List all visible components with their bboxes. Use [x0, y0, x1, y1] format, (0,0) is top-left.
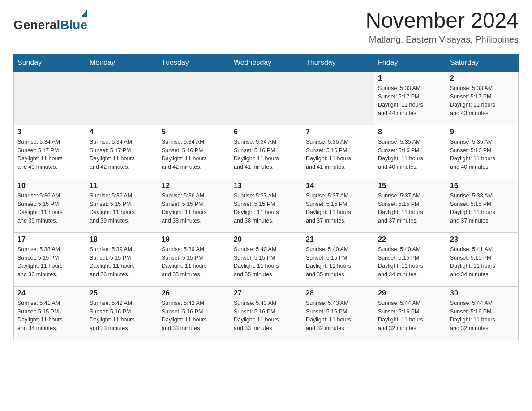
logo-blue-part: Blue — [60, 9, 87, 32]
day-info: Sunrise: 5:38 AMSunset: 5:15 PMDaylight:… — [450, 192, 515, 225]
calendar-cell: 7Sunrise: 5:35 AMSunset: 5:16 PMDaylight… — [302, 125, 374, 179]
day-number: 22 — [378, 235, 442, 244]
day-info: Sunrise: 5:36 AMSunset: 5:15 PMDaylight:… — [162, 192, 226, 225]
header-row: SundayMondayTuesdayWednesdayThursdayFrid… — [14, 54, 519, 71]
calendar-cell: 22Sunrise: 5:40 AMSunset: 5:15 PMDayligh… — [374, 232, 446, 286]
day-info: Sunrise: 5:35 AMSunset: 5:16 PMDaylight:… — [306, 138, 370, 171]
day-number: 15 — [378, 182, 442, 190]
calendar-cell: 14Sunrise: 5:37 AMSunset: 5:15 PMDayligh… — [302, 179, 374, 232]
day-number: 18 — [90, 235, 154, 244]
calendar-cell: 21Sunrise: 5:40 AMSunset: 5:15 PMDayligh… — [302, 232, 374, 286]
day-info: Sunrise: 5:41 AMSunset: 5:15 PMDaylight:… — [450, 245, 515, 279]
day-info: Sunrise: 5:42 AMSunset: 5:16 PMDaylight:… — [90, 299, 154, 333]
calendar-header: SundayMondayTuesdayWednesdayThursdayFrid… — [14, 54, 519, 71]
day-number: 12 — [162, 182, 226, 190]
day-info: Sunrise: 5:37 AMSunset: 5:15 PMDaylight:… — [378, 192, 442, 225]
day-info: Sunrise: 5:43 AMSunset: 5:16 PMDaylight:… — [306, 299, 370, 333]
calendar-cell — [158, 71, 230, 125]
logo: General Blue — [13, 9, 87, 32]
day-info: Sunrise: 5:40 AMSunset: 5:15 PMDaylight:… — [306, 245, 370, 279]
calendar-cell — [230, 71, 302, 125]
calendar-cell: 19Sunrise: 5:39 AMSunset: 5:15 PMDayligh… — [158, 232, 230, 286]
header-cell-wednesday: Wednesday — [230, 54, 302, 71]
header-cell-saturday: Saturday — [446, 54, 519, 71]
week-row-5: 24Sunrise: 5:41 AMSunset: 5:15 PMDayligh… — [14, 286, 519, 340]
calendar-cell: 30Sunrise: 5:44 AMSunset: 5:16 PMDayligh… — [446, 286, 519, 340]
day-number: 17 — [17, 235, 82, 244]
day-info: Sunrise: 5:34 AMSunset: 5:17 PMDaylight:… — [90, 138, 154, 171]
day-info: Sunrise: 5:44 AMSunset: 5:16 PMDaylight:… — [450, 299, 515, 333]
day-info: Sunrise: 5:37 AMSunset: 5:15 PMDaylight:… — [306, 192, 370, 225]
day-number: 20 — [234, 235, 298, 244]
day-info: Sunrise: 5:33 AMSunset: 5:17 PMDaylight:… — [450, 84, 515, 118]
week-row-4: 17Sunrise: 5:38 AMSunset: 5:15 PMDayligh… — [14, 232, 519, 286]
header-cell-tuesday: Tuesday — [158, 54, 230, 71]
calendar-cell: 3Sunrise: 5:34 AMSunset: 5:17 PMDaylight… — [14, 125, 86, 179]
calendar-cell: 13Sunrise: 5:37 AMSunset: 5:15 PMDayligh… — [230, 179, 302, 232]
calendar-cell: 28Sunrise: 5:43 AMSunset: 5:16 PMDayligh… — [302, 286, 374, 340]
day-info: Sunrise: 5:43 AMSunset: 5:16 PMDaylight:… — [234, 299, 298, 333]
day-info: Sunrise: 5:37 AMSunset: 5:15 PMDaylight:… — [234, 192, 298, 225]
calendar-cell: 11Sunrise: 5:36 AMSunset: 5:15 PMDayligh… — [86, 179, 158, 232]
day-number: 25 — [90, 289, 154, 297]
calendar-cell: 8Sunrise: 5:35 AMSunset: 5:16 PMDaylight… — [374, 125, 446, 179]
day-number: 2 — [450, 74, 515, 82]
calendar-cell: 2Sunrise: 5:33 AMSunset: 5:17 PMDaylight… — [446, 71, 519, 125]
day-number: 19 — [162, 235, 226, 244]
header-cell-sunday: Sunday — [14, 54, 86, 71]
day-info: Sunrise: 5:42 AMSunset: 5:16 PMDaylight:… — [162, 299, 226, 333]
location-subtitle: Matlang, Eastern Visayas, Philippines — [365, 34, 519, 45]
day-number: 21 — [306, 235, 370, 244]
day-number: 11 — [90, 182, 154, 190]
day-number: 30 — [450, 289, 515, 297]
header-cell-thursday: Thursday — [302, 54, 374, 71]
day-info: Sunrise: 5:34 AMSunset: 5:16 PMDaylight:… — [234, 138, 298, 171]
calendar-cell: 20Sunrise: 5:40 AMSunset: 5:15 PMDayligh… — [230, 232, 302, 286]
day-info: Sunrise: 5:40 AMSunset: 5:15 PMDaylight:… — [234, 245, 298, 279]
day-number: 13 — [234, 182, 298, 190]
day-number: 9 — [450, 128, 515, 136]
calendar-cell: 4Sunrise: 5:34 AMSunset: 5:17 PMDaylight… — [86, 125, 158, 179]
header-cell-monday: Monday — [86, 54, 158, 71]
day-info: Sunrise: 5:40 AMSunset: 5:15 PMDaylight:… — [378, 245, 442, 279]
calendar-table: SundayMondayTuesdayWednesdayThursdayFrid… — [13, 54, 519, 340]
day-number: 6 — [234, 128, 298, 136]
day-number: 28 — [306, 289, 370, 297]
logo-blue-text: Blue — [60, 18, 87, 32]
day-info: Sunrise: 5:38 AMSunset: 5:15 PMDaylight:… — [17, 245, 82, 279]
day-number: 26 — [162, 289, 226, 297]
day-number: 7 — [306, 128, 370, 136]
calendar-cell: 1Sunrise: 5:33 AMSunset: 5:17 PMDaylight… — [374, 71, 446, 125]
calendar-cell: 25Sunrise: 5:42 AMSunset: 5:16 PMDayligh… — [86, 286, 158, 340]
calendar-cell: 17Sunrise: 5:38 AMSunset: 5:15 PMDayligh… — [14, 232, 86, 286]
calendar-cell: 26Sunrise: 5:42 AMSunset: 5:16 PMDayligh… — [158, 286, 230, 340]
day-number: 10 — [17, 182, 82, 190]
calendar-cell — [302, 71, 374, 125]
day-number: 27 — [234, 289, 298, 297]
calendar-cell: 15Sunrise: 5:37 AMSunset: 5:15 PMDayligh… — [374, 179, 446, 232]
calendar-cell: 23Sunrise: 5:41 AMSunset: 5:15 PMDayligh… — [446, 232, 519, 286]
day-number: 23 — [450, 235, 515, 244]
day-info: Sunrise: 5:35 AMSunset: 5:16 PMDaylight:… — [378, 138, 442, 171]
calendar-cell: 16Sunrise: 5:38 AMSunset: 5:15 PMDayligh… — [446, 179, 519, 232]
calendar-cell: 9Sunrise: 5:35 AMSunset: 5:16 PMDaylight… — [446, 125, 519, 179]
day-info: Sunrise: 5:34 AMSunset: 5:16 PMDaylight:… — [162, 138, 226, 171]
header-cell-friday: Friday — [374, 54, 446, 71]
calendar-cell — [86, 71, 158, 125]
calendar-body: 1Sunrise: 5:33 AMSunset: 5:17 PMDaylight… — [14, 71, 519, 340]
day-info: Sunrise: 5:36 AMSunset: 5:15 PMDaylight:… — [17, 192, 82, 225]
day-number: 1 — [378, 74, 442, 82]
calendar-cell — [14, 71, 86, 125]
calendar-cell: 5Sunrise: 5:34 AMSunset: 5:16 PMDaylight… — [158, 125, 230, 179]
day-info: Sunrise: 5:36 AMSunset: 5:15 PMDaylight:… — [90, 192, 154, 225]
day-number: 24 — [17, 289, 82, 297]
calendar-cell: 12Sunrise: 5:36 AMSunset: 5:15 PMDayligh… — [158, 179, 230, 232]
calendar-cell: 18Sunrise: 5:39 AMSunset: 5:15 PMDayligh… — [86, 232, 158, 286]
calendar-cell: 10Sunrise: 5:36 AMSunset: 5:15 PMDayligh… — [14, 179, 86, 232]
day-info: Sunrise: 5:39 AMSunset: 5:15 PMDaylight:… — [90, 245, 154, 279]
day-number: 5 — [162, 128, 226, 136]
day-info: Sunrise: 5:44 AMSunset: 5:16 PMDaylight:… — [378, 299, 442, 333]
calendar-cell: 27Sunrise: 5:43 AMSunset: 5:16 PMDayligh… — [230, 286, 302, 340]
week-row-1: 1Sunrise: 5:33 AMSunset: 5:17 PMDaylight… — [14, 71, 519, 125]
logo-general-text: General — [13, 18, 60, 32]
